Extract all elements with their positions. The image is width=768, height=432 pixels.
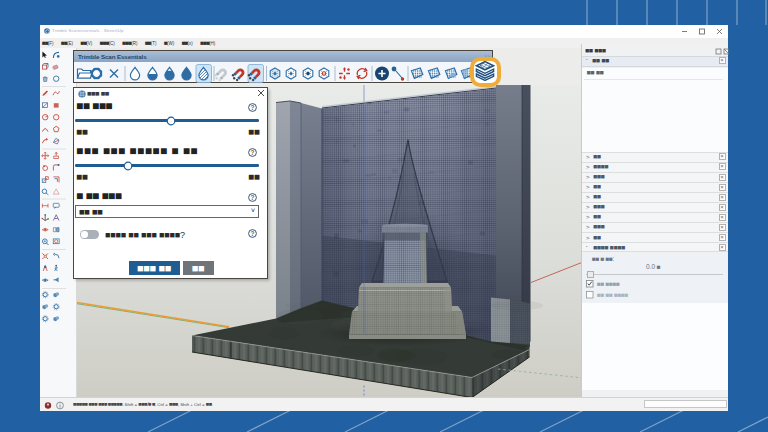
svg-text:?: ?: [250, 104, 254, 111]
svg-text:?: ?: [250, 194, 254, 201]
svg-text:?: ?: [250, 230, 254, 237]
svg-text:?: ?: [250, 149, 254, 156]
